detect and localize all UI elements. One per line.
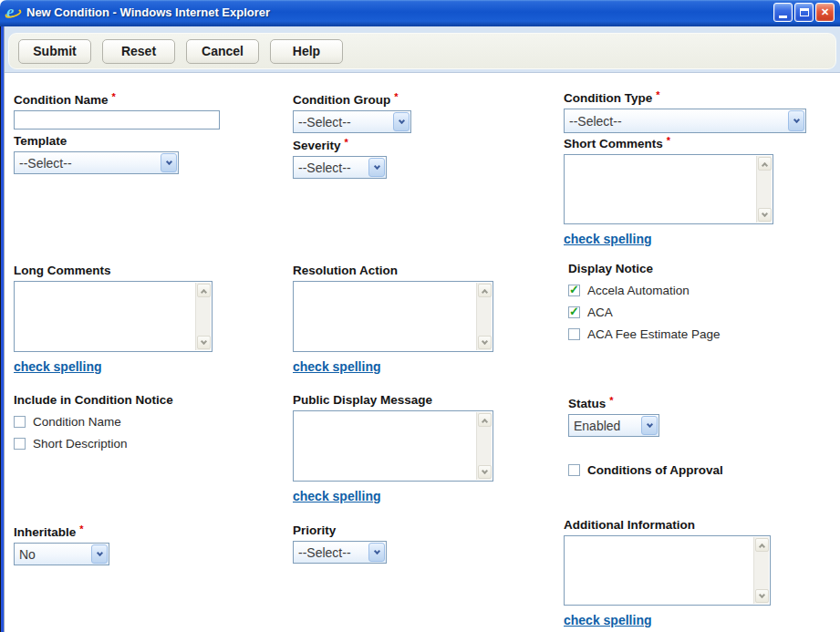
accela-automation-checkbox[interactable]: [568, 285, 580, 296]
scroll-up-icon[interactable]: [478, 413, 492, 427]
field-priority: Priority --Select--: [293, 523, 387, 564]
close-button[interactable]: ✕: [815, 3, 835, 22]
minimize-button[interactable]: [773, 3, 793, 22]
check-spelling-link[interactable]: check spelling: [564, 232, 651, 246]
scroll-up-icon[interactable]: [197, 284, 211, 297]
dropdown-arrow-icon[interactable]: [393, 112, 410, 131]
condition-group-selected-value: --Select--: [294, 115, 392, 130]
field-public-display-message: Public Display Message check spelling: [293, 393, 493, 504]
condition-group-select[interactable]: --Select--: [293, 110, 411, 133]
reset-button[interactable]: Reset: [102, 39, 175, 64]
resolution-action-label: Resolution Action: [293, 264, 398, 277]
scroll-down-icon[interactable]: [755, 589, 769, 603]
scroll-up-icon[interactable]: [755, 538, 769, 552]
field-short-comments: Short Comments* check spelling: [564, 135, 773, 247]
help-button[interactable]: Help: [270, 39, 343, 64]
severity-label: Severity: [293, 139, 341, 152]
short-comments-label: Short Comments: [564, 137, 663, 150]
checkbox-row-short-description[interactable]: Short Description: [14, 437, 173, 451]
form-content: Condition Name* Template --Select-- Long…: [5, 73, 840, 632]
template-selected-value: --Select--: [15, 156, 160, 171]
status-label: Status: [568, 397, 606, 410]
priority-selected-value: --Select--: [294, 545, 368, 560]
required-marker: *: [79, 523, 83, 534]
scrollbar[interactable]: [476, 283, 492, 350]
check-spelling-link[interactable]: check spelling: [293, 489, 380, 503]
condition-type-select[interactable]: --Select--: [564, 109, 806, 133]
field-template: Template --Select--: [14, 134, 179, 174]
required-marker: *: [667, 135, 670, 146]
toolbar: Submit Reset Cancel Help: [5, 26, 840, 73]
priority-label: Priority: [293, 523, 336, 537]
field-long-comments: Long Comments check spelling: [14, 264, 213, 375]
window-title: New Condition - Windows Internet Explore…: [26, 5, 773, 19]
ie-dialog-window: e New Condition - Windows Internet Explo…: [0, 0, 840, 632]
scroll-up-icon[interactable]: [478, 284, 492, 297]
field-condition-type: Condition Type* --Select--: [564, 89, 806, 133]
window-controls: ✕: [773, 3, 835, 22]
check-spelling-link[interactable]: check spelling: [564, 613, 651, 627]
required-marker: *: [345, 137, 348, 148]
template-select[interactable]: --Select--: [14, 151, 179, 174]
field-status: Status* Enabled: [568, 395, 659, 437]
submit-button[interactable]: Submit: [18, 39, 91, 64]
scrollbar[interactable]: [756, 156, 772, 223]
condition-name-input[interactable]: [14, 110, 220, 130]
long-comments-textarea[interactable]: [14, 281, 213, 352]
condition-group-label: Condition Group: [293, 93, 390, 107]
minimize-icon: [779, 16, 787, 18]
public-display-message-textarea[interactable]: [293, 410, 493, 482]
field-resolution-action: Resolution Action check spelling: [293, 264, 493, 375]
cancel-button[interactable]: Cancel: [186, 39, 259, 64]
dropdown-arrow-icon[interactable]: [641, 416, 658, 435]
additional-information-textarea[interactable]: [564, 535, 771, 606]
short-description-checkbox[interactable]: [14, 438, 26, 450]
dropdown-arrow-icon[interactable]: [368, 158, 385, 177]
field-inheritable: Inheritable* No: [14, 523, 109, 565]
condition-name-label: Condition Name: [14, 93, 109, 107]
priority-select[interactable]: --Select--: [293, 541, 387, 564]
template-label: Template: [14, 134, 67, 148]
checkbox-row-conditions-of-approval[interactable]: Conditions of Approval: [568, 463, 723, 477]
scroll-down-icon[interactable]: [478, 336, 492, 349]
field-condition-name: Condition Name*: [14, 91, 220, 130]
status-selected-value: Enabled: [569, 419, 640, 433]
scrollbar[interactable]: [195, 283, 211, 350]
dropdown-arrow-icon[interactable]: [368, 543, 385, 562]
inheritable-select[interactable]: No: [14, 543, 109, 565]
dropdown-arrow-icon[interactable]: [161, 153, 177, 172]
additional-information-label: Additional Information: [564, 518, 695, 532]
scrollbar[interactable]: [476, 412, 492, 480]
field-severity: Severity* --Select--: [293, 137, 387, 179]
aca-checkbox[interactable]: [568, 306, 580, 318]
scroll-up-icon[interactable]: [758, 157, 772, 171]
field-additional-information: Additional Information check spelling: [564, 518, 771, 628]
scrollbar[interactable]: [753, 537, 769, 604]
condition-name-checkbox[interactable]: [14, 416, 26, 428]
dropdown-arrow-icon[interactable]: [788, 110, 804, 131]
scroll-down-icon[interactable]: [478, 465, 492, 479]
dropdown-arrow-icon[interactable]: [91, 544, 108, 564]
field-include-in-condition-notice: Include in Condition Notice Condition Na…: [14, 393, 173, 451]
field-conditions-of-approval: Conditions of Approval: [568, 463, 723, 477]
checkbox-row-aca-fee-estimate-page[interactable]: ACA Fee Estimate Page: [568, 327, 721, 341]
check-spelling-link[interactable]: check spelling: [14, 359, 101, 374]
maximize-button[interactable]: [794, 3, 814, 22]
required-marker: *: [656, 89, 659, 100]
short-comments-textarea[interactable]: [564, 154, 773, 224]
scroll-down-icon[interactable]: [197, 336, 211, 349]
scroll-down-icon[interactable]: [758, 208, 772, 222]
checkbox-row-aca[interactable]: ACA: [568, 306, 721, 319]
check-spelling-link[interactable]: check spelling: [293, 359, 380, 374]
aca-fee-estimate-page-checkbox[interactable]: [568, 328, 580, 340]
required-marker: *: [394, 91, 398, 102]
checkbox-row-accela-automation[interactable]: Accela Automation: [568, 284, 721, 297]
resolution-action-textarea[interactable]: [293, 281, 493, 352]
display-notice-label: Display Notice: [568, 262, 653, 275]
severity-selected-value: --Select--: [294, 161, 368, 175]
conditions-of-approval-checkbox[interactable]: [568, 464, 580, 476]
status-select[interactable]: Enabled: [568, 414, 659, 437]
checkbox-row-condition-name[interactable]: Condition Name: [14, 415, 173, 429]
severity-select[interactable]: --Select--: [293, 156, 387, 179]
include-notice-label: Include in Condition Notice: [14, 393, 173, 407]
